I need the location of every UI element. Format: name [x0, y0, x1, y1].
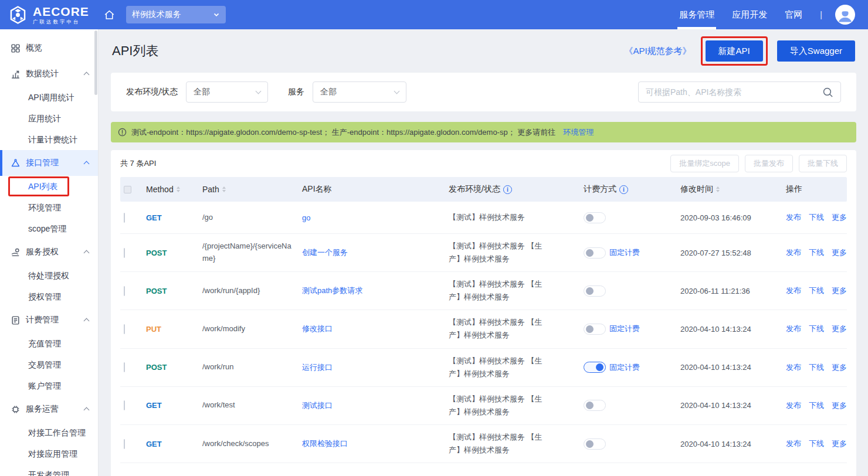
row-checkbox[interactable] [124, 324, 125, 334]
row-action-publish[interactable]: 发布 [786, 212, 801, 223]
sidebar-item-account-mgmt[interactable]: 账户管理 [0, 375, 98, 396]
billing-toggle[interactable] [584, 362, 606, 373]
sidebar-item-scope-mgmt[interactable]: scope管理 [0, 218, 98, 239]
row-action-publish[interactable]: 发布 [786, 400, 801, 411]
row-action-more[interactable]: 更多 [832, 247, 847, 258]
api-name-link[interactable]: 权限检验接口 [302, 439, 348, 448]
col-path[interactable]: Path [202, 185, 302, 194]
row-action-more[interactable]: 更多 [832, 324, 847, 334]
row-action-offline[interactable]: 下线 [809, 438, 824, 449]
sidebar-group-data-stats[interactable]: 数据统计 [0, 61, 98, 87]
info-circle-icon [118, 128, 127, 137]
batch-publish-button[interactable]: 批量发布 [745, 155, 793, 172]
search-input[interactable] [646, 87, 822, 97]
billing-toggle[interactable] [584, 285, 606, 297]
row-action-offline[interactable]: 下线 [809, 285, 824, 296]
new-api-button[interactable]: 新建API [706, 40, 763, 62]
api-spec-reference-link[interactable]: 《API规范参考》 [624, 46, 691, 57]
path-cell: /work/test [202, 399, 291, 412]
row-checkbox[interactable] [124, 362, 125, 372]
select-all-checkbox[interactable] [124, 186, 131, 193]
sort-icon[interactable] [716, 186, 720, 192]
env-mgmt-link[interactable]: 环境管理 [563, 127, 594, 138]
row-action-more[interactable]: 更多 [832, 400, 847, 411]
row-checkbox[interactable] [124, 400, 125, 410]
env-status-cell: 【测试】样例技术服务 【生产】样例技术服务 [449, 316, 552, 342]
billing-toggle[interactable] [584, 400, 606, 411]
sidebar-item-env-mgmt[interactable]: 环境管理 [0, 197, 98, 218]
row-action-offline[interactable]: 下线 [809, 247, 824, 258]
row-action-offline[interactable]: 下线 [809, 324, 824, 334]
api-name-link[interactable]: 测试path参数请求 [302, 286, 362, 295]
billing-toggle[interactable] [584, 247, 606, 259]
sidebar-item-workbench-mgmt[interactable]: 对接工作台管理 [0, 422, 98, 443]
user-avatar[interactable] [835, 5, 855, 25]
row-action-more[interactable]: 更多 [832, 285, 847, 296]
row-action-publish[interactable]: 发布 [786, 362, 801, 373]
sidebar-item-recharge-mgmt[interactable]: 充值管理 [0, 333, 98, 354]
row-checkbox[interactable] [124, 213, 125, 223]
sidebar-item-api-list[interactable]: API列表 [0, 176, 98, 197]
sidebar-item-metering-billing-stats[interactable]: 计量计费统计 [0, 129, 98, 150]
info-icon[interactable]: i [503, 185, 512, 194]
batch-bind-scope-button[interactable]: 批量绑定scope [670, 155, 739, 172]
sort-icon[interactable] [177, 186, 180, 192]
api-name-link[interactable]: go [302, 213, 310, 222]
home-icon[interactable] [103, 9, 116, 21]
import-swagger-button[interactable]: 导入Swagger [777, 40, 855, 62]
api-name-link[interactable]: 创建一个服务 [302, 248, 348, 257]
table-row: GET/work/check/scopes权限检验接口【测试】样例技术服务 【生… [120, 425, 847, 463]
sidebar-group-service-auth[interactable]: 服务授权 [0, 239, 98, 265]
row-actions: 发布下线更多 [786, 362, 847, 373]
search-icon[interactable] [822, 87, 833, 98]
batch-offline-button[interactable]: 批量下线 [799, 155, 847, 172]
sidebar-item-transaction-mgmt[interactable]: 交易管理 [0, 354, 98, 375]
endpoint-info-banner: 测试-endpoint：https://apigate.glodon.com/d… [111, 122, 856, 142]
billing-toggle[interactable] [584, 324, 606, 335]
sidebar-item-pending-auth[interactable]: 待处理授权 [0, 265, 98, 286]
topnav-item-service-mgmt[interactable]: 服务管理 [679, 0, 714, 29]
row-action-offline[interactable]: 下线 [809, 212, 824, 223]
service-ops-icon [11, 404, 21, 414]
topnav-item-app-dev[interactable]: 应用开发 [732, 0, 767, 29]
env-status-cell: 【测试】样例技术服务 【生产】样例技术服务 [449, 355, 552, 380]
sidebar-item-developer-mgmt[interactable]: 开发者管理 [0, 464, 98, 476]
row-action-more[interactable]: 更多 [832, 212, 847, 223]
api-name-link[interactable]: 修改接口 [302, 324, 333, 333]
row-checkbox[interactable] [124, 286, 125, 296]
chevron-up-icon [84, 161, 90, 167]
api-name-link[interactable]: 测试接口 [302, 401, 333, 410]
sidebar-group-overview[interactable]: 概览 [0, 35, 98, 61]
sidebar-item-api-call-stats[interactable]: API调用统计 [0, 87, 98, 108]
row-action-offline[interactable]: 下线 [809, 400, 824, 411]
row-action-publish[interactable]: 发布 [786, 438, 801, 449]
col-api-name: API名称 [302, 184, 449, 195]
method-cell: POST [146, 249, 202, 257]
data-stats-icon [11, 69, 21, 79]
col-modified-time[interactable]: 修改时间 [680, 184, 786, 195]
topnav-item-official-site[interactable]: 官网 [785, 0, 802, 29]
row-action-more[interactable]: 更多 [832, 362, 847, 373]
env-filter-select[interactable]: 全部 [186, 81, 268, 103]
row-action-publish[interactable]: 发布 [786, 247, 801, 258]
row-action-publish[interactable]: 发布 [786, 285, 801, 296]
sort-icon[interactable] [222, 186, 226, 192]
col-method[interactable]: Method [146, 185, 202, 194]
sidebar-group-api-mgmt[interactable]: 接口管理 [0, 150, 98, 176]
sidebar-item-app-stats[interactable]: 应用统计 [0, 108, 98, 129]
info-icon[interactable]: i [619, 185, 628, 194]
billing-toggle[interactable] [584, 438, 606, 450]
sidebar-item-auth-mgmt[interactable]: 授权管理 [0, 286, 98, 307]
api-name-link[interactable]: 运行接口 [302, 363, 333, 372]
row-checkbox[interactable] [124, 248, 125, 258]
service-selector-dropdown[interactable]: 样例技术服务 [126, 6, 226, 23]
row-checkbox[interactable] [124, 439, 125, 449]
sidebar-group-billing-mgmt[interactable]: 计费管理 [0, 307, 98, 333]
billing-toggle[interactable] [584, 212, 606, 223]
row-action-offline[interactable]: 下线 [809, 362, 824, 373]
sidebar-group-service-ops[interactable]: 服务运营 [0, 396, 98, 422]
sidebar-item-app-connect-mgmt[interactable]: 对接应用管理 [0, 443, 98, 464]
row-action-publish[interactable]: 发布 [786, 324, 801, 334]
row-action-more[interactable]: 更多 [832, 438, 847, 449]
service-filter-select[interactable]: 全部 [313, 81, 406, 103]
